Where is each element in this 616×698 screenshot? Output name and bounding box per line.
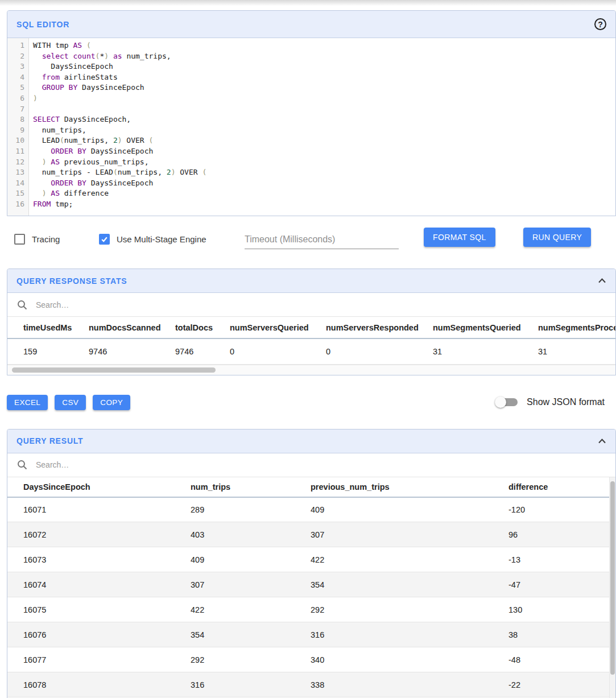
table-cell: 96 [508, 522, 609, 547]
copy-button[interactable]: COPY [93, 395, 130, 410]
result-search-row [7, 453, 615, 477]
multistage-checkbox-box[interactable] [99, 234, 110, 245]
code-line: ORDER BY DaysSinceEpoch [33, 146, 615, 157]
line-number: 10 [7, 135, 24, 146]
column-header[interactable]: numSegmentsQueried [433, 317, 538, 338]
table-cell: 9746 [175, 338, 230, 364]
stats-title: QUERY RESPONSE STATS [16, 276, 127, 286]
line-number: 6 [7, 93, 24, 104]
result-header-row: DaysSinceEpochnum_tripsprevious_num_trip… [7, 477, 609, 497]
multistage-label: Use Multi-Stage Engine [117, 234, 206, 244]
run-query-button[interactable]: RUN QUERY [523, 228, 591, 247]
table-cell: 354 [191, 622, 311, 647]
vertical-scrollbar-thumb[interactable] [610, 481, 615, 675]
table-cell: 16077 [7, 647, 191, 672]
column-header[interactable]: num_trips [191, 477, 311, 497]
column-header[interactable]: numServersQueried [230, 317, 326, 338]
code-line: from airlineStats [33, 72, 615, 83]
line-number: 7 [7, 104, 24, 115]
table-cell: 316 [191, 672, 311, 697]
table-cell: 422 [191, 597, 311, 622]
table-cell: 16072 [7, 522, 191, 547]
tracing-checkbox[interactable]: Tracing [14, 234, 60, 245]
sql-editor-header: SQL EDITOR ? [7, 11, 615, 38]
code-line: SELECT DaysSinceEpoch, [33, 114, 615, 125]
table-cell: 16076 [7, 622, 191, 647]
table-cell: 307 [191, 572, 311, 597]
tracing-checkbox-box[interactable] [14, 234, 25, 245]
column-header[interactable]: numSegmentsProcessed [538, 317, 615, 338]
table-cell: 16073 [7, 547, 191, 572]
table-cell: 338 [311, 672, 508, 697]
table-cell: 16075 [7, 597, 191, 622]
table-cell: -47 [508, 572, 609, 597]
table-cell: 289 [191, 497, 311, 522]
format-sql-button[interactable]: FORMAT SQL [424, 228, 495, 247]
line-number: 16 [7, 199, 24, 210]
table-cell: 0 [326, 338, 433, 364]
column-header[interactable]: DaysSinceEpoch [7, 477, 191, 497]
column-header[interactable]: timeUsedMs [7, 317, 89, 338]
sql-code-editor[interactable]: 12345678910111213141516 WITH tmp AS ( se… [7, 38, 615, 216]
table-cell: 403 [191, 522, 311, 547]
table-cell: 316 [311, 622, 508, 647]
table-row: 16073409422-13 [7, 547, 609, 572]
code-line: num_trips - LEAD(num_trips, 2) OVER ( [33, 167, 615, 178]
line-number: 1 [7, 40, 24, 51]
code-line: WITH tmp AS ( [33, 40, 615, 51]
column-header[interactable]: numServersResponded [326, 317, 433, 338]
table-cell: 16078 [7, 672, 191, 697]
stats-header: QUERY RESPONSE STATS [7, 269, 615, 293]
table-cell: 16071 [7, 497, 191, 522]
multistage-checkbox[interactable]: Use Multi-Stage Engine [99, 234, 206, 245]
code-line: ) AS previous_num_trips, [33, 157, 615, 168]
code-line: select count(*) as num_trips, [33, 51, 615, 62]
collapse-result-button[interactable] [598, 438, 606, 444]
line-number: 3 [7, 61, 24, 72]
table-cell: -22 [508, 672, 609, 697]
help-icon[interactable]: ? [594, 18, 606, 30]
table-cell: 409 [311, 497, 508, 522]
code-line [33, 104, 615, 115]
code-line: ) [33, 93, 615, 104]
collapse-stats-button[interactable] [598, 278, 606, 284]
table-row: 15997469746003131 [7, 338, 615, 364]
table-row: 16074307354-47 [7, 572, 609, 597]
code-line: GROUP BY DaysSinceEpoch [33, 82, 615, 93]
table-row: 1607240330796 [7, 522, 609, 547]
chevron-up-icon [598, 438, 606, 444]
column-header[interactable]: difference [508, 477, 609, 497]
table-cell: -120 [508, 497, 609, 522]
query-controls-row: Tracing Use Multi-Stage Engine FORMAT SQ… [0, 228, 616, 251]
result-search-input[interactable] [35, 460, 606, 470]
column-header[interactable]: totalDocs [175, 317, 230, 338]
search-icon [16, 299, 28, 311]
horizontal-scrollbar-thumb[interactable] [12, 367, 216, 373]
table-cell: 31 [433, 338, 538, 364]
excel-button[interactable]: EXCEL [7, 395, 48, 410]
code-line: ORDER BY DaysSinceEpoch [33, 178, 615, 189]
line-number: 4 [7, 72, 24, 83]
csv-button[interactable]: CSV [55, 395, 86, 410]
result-header: QUERY RESULT [7, 429, 615, 453]
tracing-label: Tracing [32, 234, 60, 244]
table-row: 16075422292130 [7, 597, 609, 622]
table-cell: 9746 [89, 338, 175, 364]
column-header[interactable]: previous_num_trips [311, 477, 508, 497]
line-number: 15 [7, 188, 24, 199]
table-cell: 340 [311, 647, 508, 672]
stats-search-input[interactable] [35, 300, 606, 310]
horizontal-scrollbar[interactable] [7, 365, 615, 375]
column-header[interactable]: numDocsScanned [89, 317, 175, 338]
vertical-scrollbar[interactable] [609, 477, 615, 698]
query-result-card: QUERY RESULT DaysSinceEpochnum_tripsprev… [7, 429, 616, 698]
code-line: FROM tmp; [33, 199, 615, 210]
code-line: LEAD(num_trips, 2) OVER ( [33, 135, 615, 146]
timeout-input[interactable] [245, 232, 399, 249]
table-cell: 16074 [7, 572, 191, 597]
show-json-label: Show JSON format [527, 397, 605, 407]
show-json-toggle[interactable] [495, 395, 521, 409]
table-row: 16078316338-22 [7, 672, 609, 697]
table-cell: 307 [311, 522, 508, 547]
line-number: 8 [7, 114, 24, 125]
